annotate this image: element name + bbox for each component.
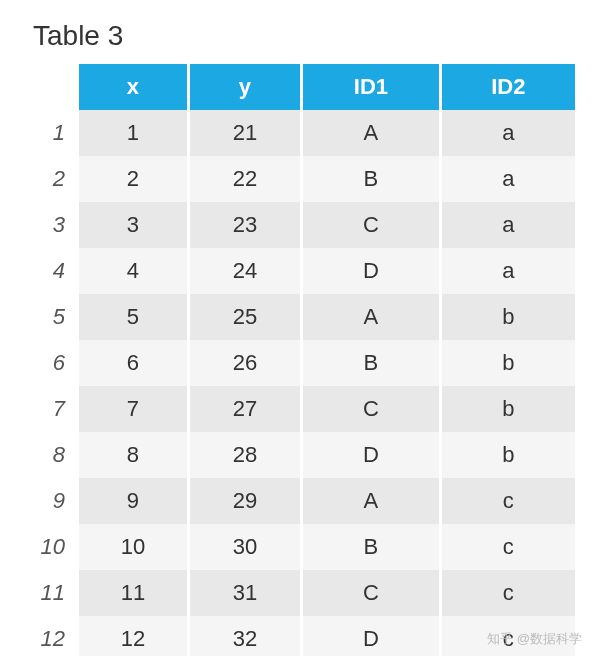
cell-y: 24	[188, 248, 301, 294]
header-y: y	[188, 64, 301, 110]
table-row: 2222Ba	[25, 156, 575, 202]
cell-y: 28	[188, 432, 301, 478]
row-number: 4	[25, 248, 79, 294]
table-row: 6626Bb	[25, 340, 575, 386]
table-row: 7727Cb	[25, 386, 575, 432]
table-row: 5525Ab	[25, 294, 575, 340]
cell-x: 2	[79, 156, 188, 202]
cell-x: 1	[79, 110, 188, 156]
cell-id1: D	[302, 616, 441, 656]
cell-y: 26	[188, 340, 301, 386]
cell-id2: a	[440, 248, 575, 294]
cell-id2: b	[440, 386, 575, 432]
cell-id1: C	[302, 570, 441, 616]
cell-id2: b	[440, 340, 575, 386]
cell-y: 32	[188, 616, 301, 656]
cell-y: 23	[188, 202, 301, 248]
cell-x: 4	[79, 248, 188, 294]
cell-x: 5	[79, 294, 188, 340]
cell-id2: b	[440, 294, 575, 340]
header-id1: ID1	[302, 64, 441, 110]
row-number: 3	[25, 202, 79, 248]
cell-id1: A	[302, 110, 441, 156]
cell-y: 27	[188, 386, 301, 432]
cell-id2: c	[440, 478, 575, 524]
table-row: 101030Bc	[25, 524, 575, 570]
cell-x: 12	[79, 616, 188, 656]
header-rownum-blank	[25, 64, 79, 110]
data-table: x y ID1 ID2 1121Aa2222Ba3323Ca4424Da5525…	[25, 64, 575, 656]
cell-y: 25	[188, 294, 301, 340]
row-number: 1	[25, 110, 79, 156]
header-row: x y ID1 ID2	[25, 64, 575, 110]
cell-id1: A	[302, 294, 441, 340]
cell-x: 7	[79, 386, 188, 432]
cell-x: 3	[79, 202, 188, 248]
cell-id1: B	[302, 340, 441, 386]
cell-id1: C	[302, 386, 441, 432]
cell-id1: B	[302, 524, 441, 570]
table-title: Table 3	[33, 20, 575, 52]
cell-y: 29	[188, 478, 301, 524]
cell-id2: a	[440, 202, 575, 248]
row-number: 11	[25, 570, 79, 616]
row-number: 12	[25, 616, 79, 656]
cell-x: 8	[79, 432, 188, 478]
watermark: 知乎 @数据科学	[487, 630, 582, 648]
row-number: 9	[25, 478, 79, 524]
cell-id1: B	[302, 156, 441, 202]
cell-id2: c	[440, 524, 575, 570]
cell-id1: D	[302, 248, 441, 294]
cell-id1: D	[302, 432, 441, 478]
row-number: 10	[25, 524, 79, 570]
cell-id1: C	[302, 202, 441, 248]
table-row: 111131Cc	[25, 570, 575, 616]
row-number: 8	[25, 432, 79, 478]
row-number: 6	[25, 340, 79, 386]
cell-y: 30	[188, 524, 301, 570]
cell-y: 31	[188, 570, 301, 616]
table-row: 4424Da	[25, 248, 575, 294]
table-row: 8828Db	[25, 432, 575, 478]
cell-id2: b	[440, 432, 575, 478]
header-x: x	[79, 64, 188, 110]
row-number: 5	[25, 294, 79, 340]
row-number: 2	[25, 156, 79, 202]
cell-x: 9	[79, 478, 188, 524]
cell-id2: c	[440, 570, 575, 616]
cell-id1: A	[302, 478, 441, 524]
cell-id2: a	[440, 156, 575, 202]
cell-y: 21	[188, 110, 301, 156]
cell-x: 11	[79, 570, 188, 616]
cell-y: 22	[188, 156, 301, 202]
cell-x: 10	[79, 524, 188, 570]
table-row: 1121Aa	[25, 110, 575, 156]
cell-id2: a	[440, 110, 575, 156]
header-id2: ID2	[440, 64, 575, 110]
table-row: 3323Ca	[25, 202, 575, 248]
cell-x: 6	[79, 340, 188, 386]
table-row: 9929Ac	[25, 478, 575, 524]
row-number: 7	[25, 386, 79, 432]
